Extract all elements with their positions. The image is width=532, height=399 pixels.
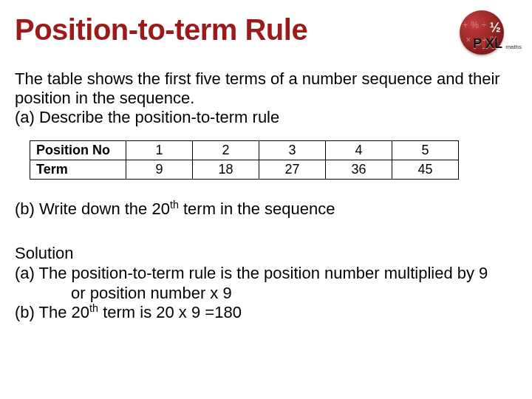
table-cell: 45 — [392, 160, 459, 180]
table-cell: 18 — [193, 160, 259, 180]
table-cell: 2 — [193, 141, 259, 160]
logo-text: PiXL — [473, 36, 502, 52]
page-title: Position-to-term Rule — [15, 13, 307, 47]
solution-block: Solution (a) The position-to-term rule i… — [15, 244, 517, 323]
table-row: Term 9 18 27 36 45 — [30, 160, 459, 180]
table-cell: 4 — [326, 141, 392, 160]
table-cell: 9 — [126, 160, 193, 180]
intro-line: (a) Describe the position-to-term rule — [15, 108, 517, 127]
brand-logo: +%÷ ½× −+% PiXL maths — [454, 7, 520, 58]
intro-text: The table shows the first five terms of … — [15, 69, 517, 127]
solution-heading: Solution — [15, 244, 517, 264]
row-label: Term — [30, 160, 126, 180]
table-cell: 27 — [259, 160, 326, 180]
table-cell: 36 — [326, 160, 392, 180]
row-label: Position No — [30, 141, 126, 160]
sequence-table: Position No 1 2 3 4 5 Term 9 18 27 36 45 — [30, 140, 459, 180]
intro-line: position in the sequence. — [15, 89, 517, 108]
table-cell: 5 — [392, 141, 459, 160]
solution-line: (a) The position-to-term rule is the pos… — [15, 264, 517, 284]
table-cell: 1 — [126, 141, 193, 160]
logo-subtext: maths — [505, 44, 522, 50]
table-cell: 3 — [259, 141, 326, 160]
table-row: Position No 1 2 3 4 5 — [30, 141, 459, 160]
intro-line: The table shows the first five terms of … — [15, 69, 517, 89]
solution-line: or position number x 9 — [15, 284, 517, 304]
question-part-b: (b) Write down the 20th term in the sequ… — [15, 200, 335, 219]
solution-line: (b) The 20th term is 20 x 9 =180 — [15, 303, 517, 323]
